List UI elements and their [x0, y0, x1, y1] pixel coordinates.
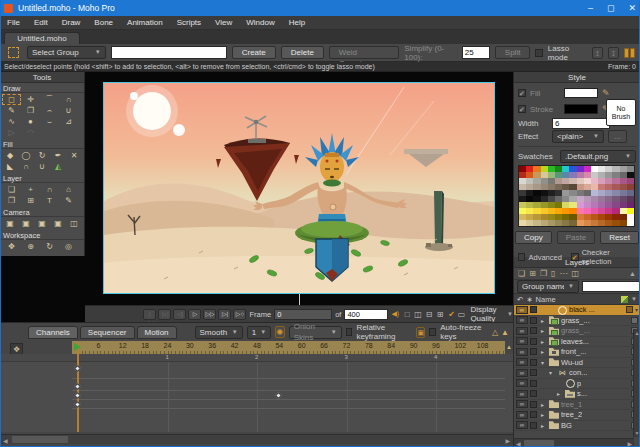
- menu-draw[interactable]: Draw: [55, 16, 88, 30]
- chevron-down-icon[interactable]: ▼: [631, 296, 637, 302]
- palette-swatch[interactable]: [562, 220, 569, 226]
- audio-icon[interactable]: ◀): [391, 310, 399, 318]
- tool-rotate-points[interactable]: ∩: [59, 94, 78, 105]
- expand-icon[interactable]: ▸: [541, 411, 547, 418]
- tool-translate-layer[interactable]: ❏: [2, 184, 21, 195]
- simplify-input[interactable]: [462, 46, 490, 59]
- auto-freeze-checkbox[interactable]: [429, 328, 436, 336]
- loop-button[interactable]: ▷○: [233, 309, 246, 320]
- total-frames-input[interactable]: [344, 309, 388, 320]
- palette-swatch[interactable]: [620, 220, 627, 226]
- collapse-icon[interactable]: ▾: [541, 359, 547, 366]
- menu-edit[interactable]: Edit: [27, 16, 55, 30]
- keyframe[interactable]: [74, 365, 81, 372]
- enable-drawing-check-icon[interactable]: ✔: [448, 310, 455, 319]
- tool-add-point[interactable]: ✎: [2, 105, 21, 116]
- layer-row[interactable]: ∞▸grass_...: [514, 316, 640, 327]
- more-options-button[interactable]: ⋯: [559, 269, 567, 278]
- count-dropdown[interactable]: 1 ▼: [247, 326, 271, 339]
- tool-stroke-exposure[interactable]: ∪: [34, 161, 50, 172]
- tool-create-shape[interactable]: ◯: [18, 150, 34, 161]
- tool-magnet[interactable]: ∪: [59, 105, 78, 116]
- create-button[interactable]: Create: [232, 46, 276, 59]
- scroll-down-icon[interactable]: ▼: [634, 430, 640, 436]
- previous-keyframe-button[interactable]: |◁: [158, 309, 171, 320]
- close-button[interactable]: ✕: [628, 3, 636, 13]
- palette-swatch[interactable]: [612, 220, 619, 226]
- keyframe[interactable]: [74, 383, 81, 390]
- palette-swatch[interactable]: [533, 220, 540, 226]
- binoculars-icon[interactable]: ∞: [516, 327, 528, 335]
- selection-name-input[interactable]: [111, 46, 227, 59]
- palette-swatch[interactable]: [627, 220, 634, 226]
- binoculars-icon[interactable]: ∞: [516, 400, 528, 408]
- menu-animation[interactable]: Animation: [120, 16, 170, 30]
- layers-collapse-icon[interactable]: ▲: [629, 270, 636, 277]
- tool-rotate-workspace[interactable]: ↻: [40, 241, 59, 252]
- expand-icon[interactable]: ▸: [541, 422, 547, 429]
- layer-visibility-checkbox[interactable]: [530, 348, 537, 355]
- menu-scripts[interactable]: Scripts: [170, 16, 208, 30]
- fill-pencil-icon[interactable]: ✎: [602, 88, 610, 98]
- checker-selection-checkbox[interactable]: ✔: [571, 253, 579, 261]
- grow-selection-button[interactable]: ↥: [592, 47, 603, 59]
- bone-lock-column-icon[interactable]: ∗: [526, 295, 532, 304]
- tool-noise[interactable]: ∿: [2, 116, 21, 127]
- timeline-ruler[interactable]: 6121824303642485460667278849096102108: [72, 341, 505, 354]
- layers-horizontal-scrollbar[interactable]: ◀ ▶: [514, 438, 634, 447]
- palette-swatch[interactable]: [577, 220, 584, 226]
- fill-checkbox[interactable]: ✔: [518, 89, 526, 97]
- tool-select-points[interactable]: ◻: [2, 94, 21, 105]
- timeline-tab-motion-graph[interactable]: Motion Graph: [137, 326, 177, 339]
- keyframe[interactable]: [74, 392, 81, 399]
- current-frame-input[interactable]: [274, 309, 332, 320]
- tool-freehand[interactable]: ⌣: [40, 116, 59, 127]
- binoculars-icon[interactable]: ∞: [516, 348, 528, 356]
- weld-crossings-button[interactable]: Weld Crossings: [329, 46, 399, 59]
- quad-view-icon[interactable]: ⊞: [435, 310, 445, 319]
- scrollbar-thumb[interactable]: [12, 436, 68, 443]
- paste-button[interactable]: Paste: [557, 231, 595, 244]
- step-back-button[interactable]: ◁|: [173, 309, 186, 320]
- layer-color-column-icon[interactable]: [621, 296, 628, 303]
- fast-forward-button[interactable]: ▷▷: [203, 309, 216, 320]
- no-brush-button[interactable]: No Brush: [606, 99, 636, 126]
- palette-swatch[interactable]: [541, 220, 548, 226]
- layer-visibility-checkbox[interactable]: [530, 338, 537, 345]
- single-view-icon[interactable]: □: [402, 310, 412, 319]
- collapse-icon[interactable]: ▾: [549, 369, 555, 376]
- onion-skin-toggle-icon[interactable]: ◉: [275, 326, 285, 338]
- playhead-marker[interactable]: [74, 343, 81, 351]
- stroke-color-swatch[interactable]: [564, 104, 598, 114]
- tool-curvature[interactable]: ⌢: [40, 105, 59, 116]
- ruler-scroll-up-icon[interactable]: ▲: [505, 341, 513, 354]
- tool-insert-text[interactable]: T: [40, 195, 59, 206]
- delete-layer-button[interactable]: ▯: [551, 269, 555, 278]
- layer-row[interactable]: ∞▾Wu-ud: [514, 358, 640, 369]
- layer-visibility-checkbox[interactable]: [530, 411, 537, 418]
- layer-row[interactable]: ∞▸tree_2: [514, 410, 640, 421]
- tool-select-shape[interactable]: ◆: [2, 150, 18, 161]
- keyframe[interactable]: [275, 392, 282, 399]
- tool-shape-extra[interactable]: ◠: [21, 127, 40, 138]
- tool-style-eyedropper[interactable]: ✒: [50, 150, 66, 161]
- tool-hide-edge[interactable]: ∩: [18, 161, 34, 172]
- fill-color-swatch[interactable]: [564, 88, 598, 98]
- layer-color-swatch[interactable]: [626, 306, 633, 313]
- scroll-right-icon[interactable]: ▶: [627, 440, 632, 447]
- tool-paint-bucket[interactable]: ↻: [34, 150, 50, 161]
- expand-icon[interactable]: ▸: [541, 348, 547, 355]
- tool-orbit-camera[interactable]: ◫: [66, 218, 82, 229]
- keyframe[interactable]: [74, 401, 81, 408]
- binoculars-icon[interactable]: ∞: [516, 390, 528, 398]
- tool-orbit-workspace[interactable]: ◎: [59, 241, 78, 252]
- keyframe-tool-icon[interactable]: ▣: [416, 327, 425, 338]
- timeline-zoom-out-icon[interactable]: △: [492, 328, 498, 337]
- expand-icon[interactable]: ▸: [557, 390, 563, 397]
- layer-row[interactable]: ∞p: [514, 379, 640, 390]
- menu-file[interactable]: File: [0, 16, 27, 30]
- split-vertical-view-icon[interactable]: ◫: [413, 310, 423, 319]
- layer-color-swatch[interactable]: [631, 317, 638, 324]
- document-tab[interactable]: Untitled.moho: [4, 32, 80, 44]
- scroll-up-icon[interactable]: ▲: [634, 330, 640, 336]
